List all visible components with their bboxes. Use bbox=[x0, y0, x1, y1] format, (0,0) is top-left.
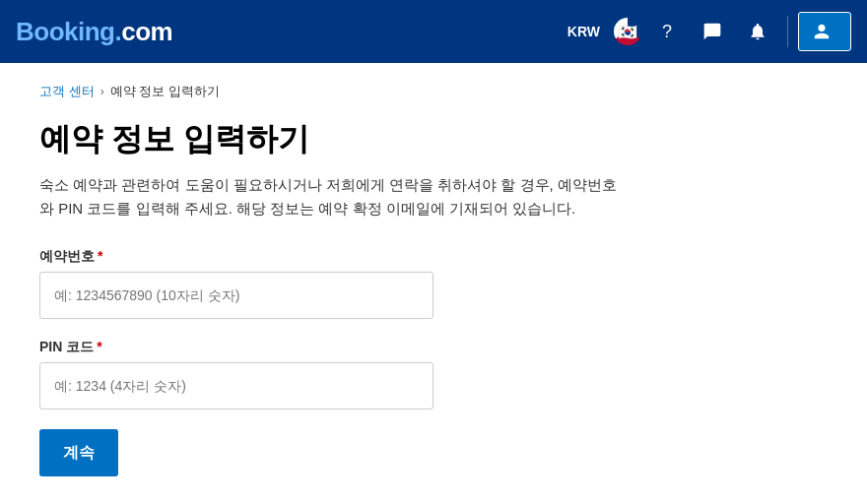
breadcrumb-current: 예약 정보 입력하기 bbox=[110, 83, 220, 100]
booking-number-group: 예약번호* bbox=[39, 248, 828, 319]
page-title: 예약 정보 입력하기 bbox=[39, 120, 828, 158]
chat-icon-button[interactable] bbox=[693, 12, 732, 51]
breadcrumb: 고객 센터 › 예약 정보 입력하기 bbox=[39, 83, 828, 100]
required-star-pin: * bbox=[97, 339, 101, 354]
person-icon bbox=[813, 23, 831, 40]
submit-button[interactable]: 계속 bbox=[39, 429, 118, 476]
bell-icon bbox=[748, 22, 767, 41]
question-icon: ? bbox=[662, 22, 672, 42]
logo-text: Booking bbox=[16, 17, 115, 46]
pin-code-group: PIN 코드* bbox=[39, 339, 828, 410]
logo: Booking.com bbox=[16, 17, 172, 47]
pin-code-input[interactable] bbox=[39, 362, 434, 410]
chat-icon bbox=[702, 22, 722, 41]
breadcrumb-home-link[interactable]: 고객 센터 bbox=[39, 83, 95, 100]
booking-form: 예약번호* PIN 코드* 계속 bbox=[39, 248, 828, 476]
header-right: KRW 🇰🇷 ? bbox=[560, 12, 851, 51]
main-content: 고객 센터 › 예약 정보 입력하기 예약 정보 입력하기 숙소 예약과 관련하… bbox=[0, 63, 867, 504]
flag-emoji: 🇰🇷 bbox=[618, 23, 637, 41]
help-icon-button[interactable]: ? bbox=[647, 12, 687, 51]
currency-button[interactable]: KRW bbox=[560, 18, 608, 45]
booking-number-label: 예약번호* bbox=[39, 248, 828, 266]
divider bbox=[787, 16, 788, 47]
account-button[interactable] bbox=[798, 12, 851, 51]
pin-code-label: PIN 코드* bbox=[39, 339, 828, 356]
header: Booking.com KRW 🇰🇷 ? bbox=[0, 0, 867, 63]
flag-icon[interactable]: 🇰🇷 bbox=[614, 18, 641, 45]
breadcrumb-separator: › bbox=[100, 85, 104, 98]
bell-icon-button[interactable] bbox=[738, 12, 777, 51]
logo-com: com bbox=[121, 17, 172, 46]
required-star-booking: * bbox=[98, 248, 102, 264]
page-description: 숙소 예약과 관련하여 도움이 필요하시거나 저희에게 연락을 취하셔야 할 경… bbox=[39, 173, 631, 220]
booking-number-input[interactable] bbox=[39, 272, 434, 319]
